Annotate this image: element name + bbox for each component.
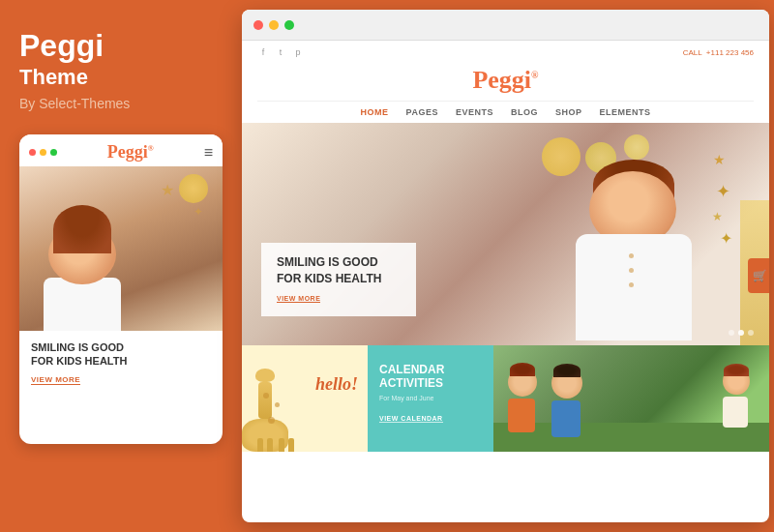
site-top-bar: f t p CALL +111 223 456 [257, 46, 754, 62]
hero-title: SMILING IS GOOD FOR KIDS HEALTH [277, 254, 401, 287]
hero-content-card: SMILING IS GOOD FOR KIDS HEALTH VIEW MOR… [261, 243, 416, 316]
browser-mockup: f t p CALL +111 223 456 Peggi® HOME PAGE… [242, 10, 769, 522]
mobile-view-more[interactable]: VIEW MORE [31, 375, 80, 385]
mobile-dot-red [29, 149, 36, 156]
by-line: By Select-Themes [19, 96, 221, 111]
nav-elements[interactable]: ELEMENTS [599, 107, 650, 117]
giraffe-neck [258, 382, 272, 419]
star-1: ★ [713, 152, 726, 167]
thumb-kids-card[interactable] [493, 345, 769, 452]
phone-number: +111 223 456 [706, 48, 754, 57]
mobile-dot-green [50, 149, 57, 156]
nav-home[interactable]: HOME [361, 107, 389, 117]
left-panel: Peggi Theme By Select-Themes Peggi® ≡ [0, 0, 240, 532]
cart-button[interactable]: 🛒 [748, 258, 769, 293]
giraffe-head [255, 369, 275, 382]
nav-shop[interactable]: SHOP [555, 107, 582, 117]
mobile-menu-icon[interactable]: ≡ [204, 144, 213, 162]
star-2: ✦ [716, 181, 730, 202]
star-3: ★ [712, 210, 723, 223]
hero-dot-1[interactable] [729, 330, 734, 336]
mobile-hero-card: SMILING IS GOOD FOR KIDS HEALTH VIEW MOR… [19, 331, 223, 392]
nav-events[interactable]: EVENTS [456, 107, 493, 117]
call-info: CALL +111 223 456 [683, 48, 754, 57]
cart-icon: 🛒 [753, 269, 767, 282]
nav-blog[interactable]: BLOG [511, 107, 538, 117]
decoration-circle [179, 174, 208, 203]
hero-baby-illustration: ★ ✦ ★ ✦ [537, 133, 730, 345]
mobile-window-dots [29, 149, 57, 156]
kid-2 [551, 368, 582, 437]
thumb-hello-card[interactable]: hello! [242, 345, 368, 452]
hello-text: hello! [315, 374, 358, 395]
mobile-toolbar: Peggi® ≡ [19, 134, 223, 166]
browser-dot-green[interactable] [284, 20, 294, 30]
nav-pages[interactable]: PAGES [406, 107, 438, 117]
theme-label: Theme [19, 65, 221, 90]
thumb-calendar-card[interactable]: CALENDAR ACTIVITIES For May and June VIE… [368, 345, 493, 452]
hero-dot-3[interactable] [748, 330, 754, 336]
pom-decoration-1 [542, 137, 580, 176]
pom-decoration-3 [624, 134, 649, 160]
hero-section: ★ ✦ ★ ✦ SMILING IS GOOD FOR KIDS HEALTH … [242, 123, 769, 345]
thumbnails-row: hello! CALENDAR ACTIVITIES For May and J… [242, 345, 769, 452]
giraffe-illustration [253, 369, 288, 452]
mobile-logo: Peggi® [107, 142, 154, 163]
baby-figure [44, 195, 121, 331]
hero-view-more[interactable]: VIEW MORE [277, 295, 320, 303]
browser-dot-yellow[interactable] [269, 20, 279, 30]
theme-title: Peggi [19, 29, 221, 63]
pinterest-icon[interactable]: p [292, 46, 304, 58]
facebook-icon[interactable]: f [257, 46, 269, 58]
star-decoration-2: ✦ [194, 205, 203, 219]
calendar-title: CALENDAR ACTIVITIES [379, 363, 482, 391]
mobile-mockup: Peggi® ≡ ★ ✦ SMILING IS GOOD FOR KIDS HE… [19, 134, 223, 444]
site-logo-row: Peggi® [257, 62, 754, 101]
site-header: f t p CALL +111 223 456 Peggi® HOME PAGE… [242, 41, 769, 123]
mobile-hero-image: ★ ✦ [19, 166, 223, 331]
calendar-content: CALENDAR ACTIVITIES For May and June VIE… [368, 345, 493, 434]
star-4: ✦ [720, 229, 732, 248]
site-nav: HOME PAGES EVENTS BLOG SHOP ELEMENTS [257, 101, 754, 123]
call-label: CALL [683, 48, 702, 57]
calendar-subtitle: For May and June [379, 395, 482, 401]
browser-toolbar [242, 10, 769, 41]
hero-slider-dots [729, 330, 754, 336]
browser-dot-red[interactable] [253, 20, 263, 30]
site-logo[interactable]: Peggi® [472, 66, 538, 94]
mobile-hero-title: SMILING IS GOOD FOR KIDS HEALTH [31, 340, 211, 369]
calendar-link[interactable]: VIEW CALENDAR [379, 415, 443, 423]
baby-shirt [576, 234, 692, 340]
star-decoration: ★ [161, 181, 174, 199]
hero-dot-2[interactable] [738, 330, 744, 336]
kid-3 [723, 368, 750, 428]
social-icons: f t p [257, 46, 304, 58]
kid-1 [508, 368, 537, 432]
mobile-dot-yellow [40, 149, 46, 156]
twitter-icon[interactable]: t [275, 46, 286, 58]
